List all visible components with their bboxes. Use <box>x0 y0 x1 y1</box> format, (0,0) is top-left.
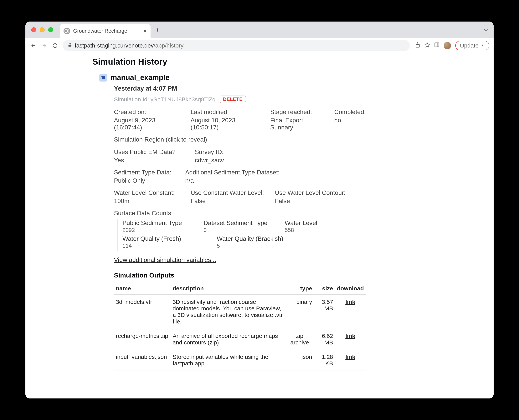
maximize-window-button[interactable] <box>48 27 53 32</box>
forward-button[interactable] <box>40 42 48 49</box>
sediment-type-data-label: Sediment Type Data: <box>114 169 174 176</box>
public-sediment-value: 2092 <box>123 227 203 233</box>
simulation-region-reveal[interactable]: Simulation Region (click to reveal) <box>114 136 366 143</box>
table-row: recharge-metrics.zip An archive of all e… <box>114 329 366 350</box>
address-bar: fastpath-staging.curvenote.dev/app/histo… <box>25 38 494 53</box>
update-button[interactable]: Update ⋮ <box>455 41 489 50</box>
simulation-outputs-title: Simulation Outputs <box>114 271 366 279</box>
wq-brackish-value: 5 <box>217 243 311 249</box>
water-level-constant-value: 100m <box>114 197 181 205</box>
water-level-count-value: 558 <box>285 227 366 233</box>
col-name: name <box>114 283 171 295</box>
url-text: fastpath-staging.curvenote.dev/app/histo… <box>75 42 184 49</box>
browser-window: Groundwater Recharge + <box>25 22 494 398</box>
stage-reached-label: Stage reached: <box>270 108 323 116</box>
output-type: binary <box>285 295 314 329</box>
address-actions: Update ⋮ <box>415 41 489 50</box>
col-download: download <box>335 283 366 295</box>
output-desc: Stored input variables while using the f… <box>171 350 286 371</box>
created-on-value: August 9, 2023 (16:07:44) <box>114 117 179 131</box>
browser-tab[interactable]: Groundwater Recharge <box>60 24 151 38</box>
outputs-table: name description type size download 3d_m… <box>114 283 366 371</box>
globe-icon <box>63 28 70 34</box>
lock-icon <box>68 43 72 48</box>
col-description: description <box>171 283 286 295</box>
simulation-header: manual_example <box>99 74 366 82</box>
tab-title: Groundwater Recharge <box>73 28 127 34</box>
uses-public-em-label: Uses Public EM Data? <box>114 149 183 156</box>
download-link[interactable]: link <box>345 333 355 339</box>
close-window-button[interactable] <box>31 27 36 32</box>
output-size: 6.62 MB <box>314 329 335 350</box>
table-row: input_variables.json Stored input variab… <box>114 350 366 371</box>
chevron-down-icon[interactable] <box>484 27 488 33</box>
output-desc: An archive of all exported recharge maps… <box>171 329 286 350</box>
delete-button[interactable]: DELETE <box>220 96 246 103</box>
surface-data-counts-title: Surface Data Counts: <box>114 210 366 217</box>
additional-sediment-label: Additional Sediment Type Dataset: <box>185 169 279 176</box>
minimize-window-button[interactable] <box>40 27 45 32</box>
output-type: json <box>285 350 314 371</box>
menu-dots-icon: ⋮ <box>480 43 485 48</box>
dataset-sediment-value: 0 <box>203 227 285 233</box>
wq-brackish-label: Water Quality (Brackish) <box>217 235 311 242</box>
completed-value: no <box>334 117 366 124</box>
share-icon[interactable] <box>415 42 420 49</box>
dataset-sediment-label: Dataset Sediment Type <box>203 219 285 226</box>
svg-rect-4 <box>102 77 105 79</box>
last-modified-value: August 10, 2023 (10:50:17) <box>191 117 259 131</box>
sediment-type-data-value: Public Only <box>114 177 174 184</box>
col-size: size <box>314 283 335 295</box>
stage-reached-value: Final Export Sunnary <box>270 117 323 131</box>
use-constant-water-level-value: False <box>191 197 266 205</box>
water-level-constant-label: Water Level Constant: <box>114 189 181 196</box>
svg-rect-2 <box>435 43 439 47</box>
surface-counts: Public Sediment Type 2092 Dataset Sedime… <box>117 219 366 251</box>
back-button[interactable] <box>30 42 37 49</box>
nav-buttons <box>30 42 59 49</box>
table-row: 3d_models.vtr 3D resistivity and fractio… <box>114 295 366 329</box>
use-water-level-contour-value: False <box>275 197 346 205</box>
download-link[interactable]: link <box>345 299 355 305</box>
page-title: Simulation History <box>93 57 366 67</box>
profile-avatar[interactable] <box>444 42 451 49</box>
output-size: 3.57 MB <box>314 295 335 329</box>
window-controls <box>31 27 53 32</box>
svg-rect-3 <box>101 76 105 77</box>
last-modified-label: Last modified: <box>191 108 259 116</box>
completed-label: Completed: <box>334 108 366 116</box>
water-level-count-label: Water Level <box>285 219 366 226</box>
output-size: 1.28 KB <box>314 350 335 371</box>
wq-fresh-label: Water Quality (Fresh) <box>123 235 217 242</box>
wq-fresh-value: 114 <box>123 243 217 249</box>
public-sediment-label: Public Sediment Type <box>123 219 203 226</box>
simulation-time: Yesterday at 4:07 PM <box>114 85 366 92</box>
svg-rect-5 <box>103 78 104 78</box>
simulation-id: Simulation Id: ySpT1NUJ8Bkp3sq8TiZq <box>114 96 215 103</box>
col-type: type <box>285 283 314 295</box>
survey-id-value: cdwr_sacv <box>195 157 224 164</box>
additional-sediment-value: n/a <box>185 177 279 184</box>
close-tab-icon[interactable] <box>143 29 147 33</box>
titlebar: Groundwater Recharge + <box>25 22 494 38</box>
page-content: Simulation History manual_example Yester… <box>25 53 494 398</box>
panel-icon[interactable] <box>434 42 440 49</box>
uses-public-em-value: Yes <box>114 157 183 164</box>
view-additional-vars-link[interactable]: View additional simulation variables... <box>114 256 366 263</box>
use-water-level-contour-label: Use Water Level Contour: <box>275 189 346 196</box>
output-name: 3d_models.vtr <box>114 295 171 329</box>
archive-icon <box>99 74 107 82</box>
output-type: zip archive <box>285 329 314 350</box>
address-field[interactable]: fastpath-staging.curvenote.dev/app/histo… <box>63 40 410 51</box>
use-constant-water-level-label: Use Constant Water Level: <box>191 189 266 196</box>
output-name: recharge-metrics.zip <box>114 329 171 350</box>
simulation-name: manual_example <box>110 74 169 82</box>
reload-button[interactable] <box>51 42 59 49</box>
output-desc: 3D resistivity and fraction coarse domin… <box>171 295 286 329</box>
star-icon[interactable] <box>425 42 430 49</box>
download-link[interactable]: link <box>345 354 355 360</box>
created-on-label: Created on: <box>114 108 179 116</box>
output-name: input_variables.json <box>114 350 171 371</box>
survey-id-label: Survey ID: <box>195 149 224 156</box>
new-tab-button[interactable]: + <box>155 26 159 34</box>
